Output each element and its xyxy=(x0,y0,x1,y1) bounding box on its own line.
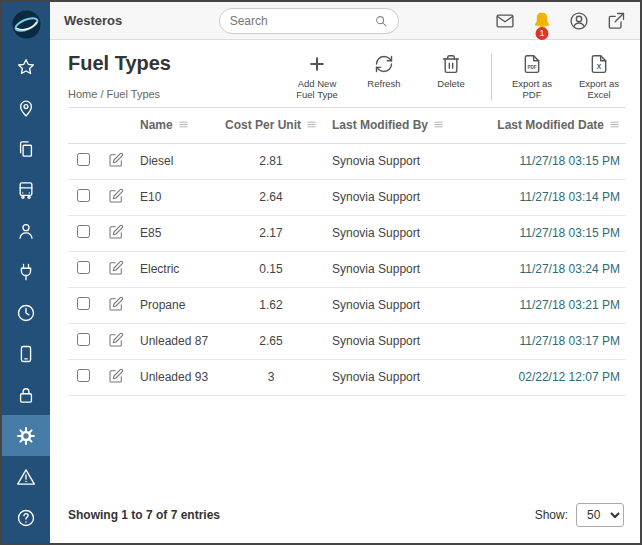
row-checkbox[interactable] xyxy=(77,153,90,166)
edit-row-button[interactable] xyxy=(108,368,124,384)
cell-last-modified-by: Synovia Support xyxy=(326,179,476,215)
column-menu-icon[interactable] xyxy=(178,119,189,133)
edit-row-button[interactable] xyxy=(108,296,124,312)
edit-row-button[interactable] xyxy=(108,152,124,168)
row-checkbox[interactable] xyxy=(77,333,90,346)
delete-label: Delete xyxy=(437,78,464,89)
notification-badge: 1 xyxy=(535,27,548,40)
topbar-icons: 1 xyxy=(495,11,626,31)
fuel-types-table: Name Cost Per Unit Last Modified By Last… xyxy=(50,103,640,396)
excel-file-icon: X xyxy=(589,54,609,74)
export-excel-button[interactable]: X Export as Excel xyxy=(572,54,626,101)
row-checkbox[interactable] xyxy=(77,297,90,310)
content-area: Fuel Types Home / Fuel Types Add New Fue… xyxy=(50,40,640,543)
sidebar-item-alerts[interactable] xyxy=(2,456,50,497)
edit-row-button[interactable] xyxy=(108,260,124,276)
sidebar-item-favorites[interactable] xyxy=(2,46,50,87)
export-pdf-button[interactable]: PDF Export as PDF xyxy=(505,54,559,101)
search-input[interactable] xyxy=(230,14,374,28)
edit-row-button[interactable] xyxy=(108,188,124,204)
edit-icon xyxy=(108,296,124,312)
plug-icon xyxy=(16,262,36,282)
row-checkbox[interactable] xyxy=(77,225,90,238)
row-checkbox[interactable] xyxy=(77,189,90,202)
sidebar-item-locations[interactable] xyxy=(2,87,50,128)
person-icon xyxy=(16,221,36,241)
edit-icon xyxy=(108,152,124,168)
cell-last-modified-date: 11/27/18 03:14 PM xyxy=(476,179,626,215)
cell-last-modified-date: 02/22/12 12:07 PM xyxy=(476,359,626,395)
cell-name: Diesel xyxy=(134,143,216,179)
clock-icon xyxy=(16,303,36,323)
column-menu-icon[interactable] xyxy=(609,119,620,133)
tablet-icon xyxy=(16,344,36,364)
copy-icon xyxy=(16,139,36,159)
breadcrumb[interactable]: Home / Fuel Types xyxy=(68,88,171,100)
sidebar-item-fleet[interactable] xyxy=(2,169,50,210)
cell-cost-per-unit: 2.17 xyxy=(216,215,326,251)
column-header-edit xyxy=(98,107,134,143)
cell-last-modified-date: 11/27/18 03:15 PM xyxy=(476,143,626,179)
gear-icon xyxy=(16,426,36,446)
cell-cost-per-unit: 2.65 xyxy=(216,323,326,359)
delete-button[interactable]: Delete xyxy=(424,54,478,101)
cell-last-modified-date: 11/27/18 03:24 PM xyxy=(476,251,626,287)
lock-icon xyxy=(16,385,36,405)
cell-cost-per-unit: 1.62 xyxy=(216,287,326,323)
add-fuel-type-button[interactable]: Add New Fuel Type xyxy=(290,54,344,101)
sidebar-item-drivers[interactable] xyxy=(2,210,50,251)
user-icon xyxy=(569,11,589,31)
page-title: Fuel Types xyxy=(68,52,171,75)
sidebar-item-settings[interactable] xyxy=(2,415,50,456)
column-header-select xyxy=(68,107,98,143)
account-button[interactable] xyxy=(569,11,589,31)
cell-last-modified-by: Synovia Support xyxy=(326,251,476,287)
table-row: Diesel 2.81 Synovia Support 11/27/18 03:… xyxy=(68,143,626,179)
column-menu-icon[interactable] xyxy=(433,119,444,133)
export-excel-label: Export as Excel xyxy=(572,78,626,101)
entries-summary: Showing 1 to 7 of 7 entries xyxy=(68,508,220,522)
edit-row-button[interactable] xyxy=(108,332,124,348)
map-pin-icon xyxy=(16,98,36,118)
cell-name: E10 xyxy=(134,179,216,215)
cell-cost-per-unit: 3 xyxy=(216,359,326,395)
column-menu-icon[interactable] xyxy=(306,119,317,133)
open-external-button[interactable] xyxy=(606,11,626,31)
column-header-last-modified-by: Last Modified By xyxy=(326,107,476,143)
warning-icon xyxy=(16,467,36,487)
app-logo[interactable] xyxy=(2,2,50,46)
sidebar-item-devices[interactable] xyxy=(2,333,50,374)
row-checkbox[interactable] xyxy=(77,369,90,382)
table-footer: Showing 1 to 7 of 7 entries Show: 50 xyxy=(50,503,640,543)
search-icon xyxy=(374,14,388,28)
bus-icon xyxy=(16,180,36,200)
cell-cost-per-unit: 0.15 xyxy=(216,251,326,287)
topbar: Westeros 1 xyxy=(50,2,640,40)
external-link-icon xyxy=(606,11,626,31)
cell-name: Unleaded 87 xyxy=(134,323,216,359)
sidebar-item-history[interactable] xyxy=(2,292,50,333)
table-row: E10 2.64 Synovia Support 11/27/18 03:14 … xyxy=(68,179,626,215)
sidebar-item-help[interactable] xyxy=(2,497,50,538)
column-header-cost-per-unit: Cost Per Unit xyxy=(216,107,326,143)
help-icon xyxy=(16,508,36,528)
messages-button[interactable] xyxy=(495,11,515,31)
row-checkbox[interactable] xyxy=(77,261,90,274)
org-name: Westeros xyxy=(64,13,122,28)
sidebar-item-connections[interactable] xyxy=(2,251,50,292)
cell-name: Unleaded 93 xyxy=(134,359,216,395)
sidebar-item-reports[interactable] xyxy=(2,128,50,169)
cell-last-modified-date: 11/27/18 03:15 PM xyxy=(476,215,626,251)
cell-last-modified-by: Synovia Support xyxy=(326,143,476,179)
refresh-button[interactable]: Refresh xyxy=(357,54,411,101)
page-size-select[interactable]: 50 xyxy=(576,503,624,527)
search-box[interactable] xyxy=(219,8,399,34)
notifications-button[interactable]: 1 xyxy=(532,11,552,31)
sidebar-item-security[interactable] xyxy=(2,374,50,415)
cell-last-modified-date: 11/27/18 03:21 PM xyxy=(476,287,626,323)
cell-name: Propane xyxy=(134,287,216,323)
column-header-last-modified-date: Last Modified Date xyxy=(476,107,626,143)
svg-text:PDF: PDF xyxy=(527,65,536,70)
table-row: E85 2.17 Synovia Support 11/27/18 03:15 … xyxy=(68,215,626,251)
edit-row-button[interactable] xyxy=(108,224,124,240)
